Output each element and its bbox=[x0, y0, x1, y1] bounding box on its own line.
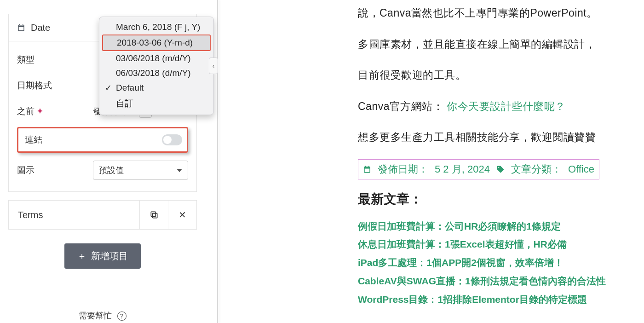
link-row: 連結 bbox=[17, 127, 188, 153]
meta-date-value: 5 2 月, 2024 bbox=[435, 162, 490, 176]
list-item[interactable]: iPad多工處理：1個APP開2個視窗，效率倍增！ bbox=[358, 254, 644, 272]
svg-rect-2 bbox=[151, 212, 155, 216]
panel-collapse-handle[interactable]: ‹ bbox=[209, 58, 218, 74]
latest-list: 例假日加班費計算：公司HR必須瞭解的1條規定 休息日加班費計算：1張Excel表… bbox=[358, 217, 644, 309]
svg-rect-1 bbox=[152, 213, 157, 218]
paragraph: 想多更多生產力工具相關技能分享，歡迎閱讀贊贊 bbox=[358, 124, 644, 151]
before-label: 之前✦ bbox=[17, 105, 93, 117]
paragraph: 目前很受歡迎的工具。 bbox=[358, 62, 644, 89]
meta-cat-label: 文章分類： bbox=[511, 162, 562, 176]
date-option-4[interactable]: Default bbox=[99, 81, 213, 95]
date-option-2[interactable]: 03/06/2018 (m/d/Y) bbox=[99, 51, 213, 66]
list-item[interactable]: WordPress目錄：1招排除Elementor目錄的特定標題 bbox=[358, 290, 644, 309]
tag-icon bbox=[496, 165, 505, 173]
icon-label: 圖示 bbox=[17, 164, 93, 176]
need-help-link[interactable]: 需要幫忙 ? bbox=[8, 310, 197, 321]
link-toggle[interactable] bbox=[162, 134, 182, 145]
date-option-1[interactable]: 2018-03-06 (Y-m-d) bbox=[102, 35, 211, 51]
icon-select-value: 預設值 bbox=[99, 165, 124, 176]
post-meta: 發佈日期： 5 2 月, 2024 文章分類： Office bbox=[358, 159, 599, 179]
paragraph: 多圖庫素材，並且能直接在線上簡單的編輯設計， bbox=[358, 31, 644, 58]
link-label: 連結 bbox=[25, 134, 162, 146]
list-item[interactable]: 例假日加班費計算：公司HR必須瞭解的1條規定 bbox=[358, 217, 644, 236]
ai-sparkle-icon: ✦ bbox=[36, 106, 44, 116]
article-preview: 說，Canva當然也比不上專門專業的PowerPoint。 多圖庫素材，並且能直… bbox=[358, 0, 644, 309]
date-option-0[interactable]: March 6, 2018 (F j, Y) bbox=[99, 20, 213, 35]
add-item-button[interactable]: ＋ 新增項目 bbox=[64, 243, 141, 269]
chevron-down-icon bbox=[177, 169, 182, 172]
panel-title: Date bbox=[31, 23, 50, 33]
icon-row: 圖示 預設值 bbox=[17, 157, 188, 183]
date-format-dropdown: March 6, 2018 (F j, Y) 2018-03-06 (Y-m-d… bbox=[99, 17, 214, 115]
terms-label: Terms bbox=[9, 210, 139, 220]
terms-panel-header[interactable]: Terms ✕ bbox=[8, 200, 197, 230]
latest-heading: 最新文章： bbox=[358, 190, 644, 208]
meta-category-link[interactable]: Office bbox=[568, 163, 594, 175]
list-item[interactable]: 休息日加班費計算：1張Excel表超好懂，HR必備 bbox=[358, 235, 644, 254]
duplicate-button[interactable] bbox=[139, 201, 168, 229]
date-option-3[interactable]: 06/03/2018 (d/m/Y) bbox=[99, 66, 213, 81]
calendar-icon bbox=[17, 23, 25, 32]
calendar-icon bbox=[363, 165, 371, 173]
date-format-label: 日期格式 bbox=[17, 80, 93, 92]
type-label: 類型 bbox=[17, 54, 93, 66]
plus-icon: ＋ bbox=[77, 250, 86, 262]
list-item[interactable]: CableAV與SWAG直播：1條刑法規定看色情內容的合法性 bbox=[358, 272, 644, 290]
paragraph: Canva官方網站： 你今天要設計些什麼呢？ bbox=[358, 93, 644, 120]
add-item-label: 新增項目 bbox=[91, 250, 128, 262]
icon-select[interactable]: 預設值 bbox=[93, 161, 188, 180]
paragraph: 說，Canva當然也比不上專門專業的PowerPoint。 bbox=[358, 0, 644, 27]
canva-link[interactable]: 你今天要設計些什麼呢？ bbox=[447, 100, 566, 112]
remove-button[interactable]: ✕ bbox=[168, 201, 196, 229]
help-icon: ? bbox=[117, 311, 126, 321]
date-option-5[interactable]: 自訂 bbox=[99, 95, 213, 112]
meta-date-label: 發佈日期： bbox=[378, 162, 428, 176]
pane-divider[interactable] bbox=[217, 0, 218, 323]
